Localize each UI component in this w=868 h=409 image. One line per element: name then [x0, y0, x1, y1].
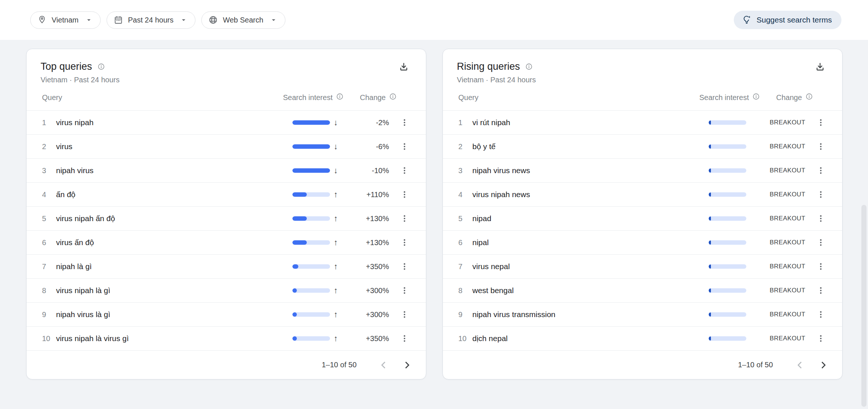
scrollbar-thumb[interactable] [861, 205, 867, 407]
column-header-query: Query [42, 93, 283, 102]
kebab-icon [816, 238, 825, 247]
more-options-button[interactable] [813, 210, 829, 227]
kebab-icon [400, 166, 409, 175]
rank: 2 [42, 142, 56, 151]
rank: 7 [458, 262, 472, 271]
rank: 5 [458, 214, 472, 223]
query-row[interactable]: 6 virus ấn độ ↑ +130% [27, 230, 426, 254]
suggest-search-terms-button[interactable]: Suggest search terms [734, 11, 841, 29]
results-area: Top queries Vietnam · Past 24 hours Quer… [0, 40, 868, 379]
calendar-icon [114, 15, 123, 25]
trend-arrow-icon: ↑ [334, 214, 338, 223]
query-row[interactable]: 10 dịch nepal BREAKOUT [443, 326, 842, 350]
change-cell: BREAKOUT [750, 143, 805, 150]
title-info-button[interactable] [525, 63, 533, 71]
more-options-button[interactable] [813, 282, 829, 299]
more-options-button[interactable] [813, 258, 829, 275]
interest-bar-fill [709, 264, 711, 269]
trend-arrow-icon: ↑ [334, 334, 338, 343]
more-options-button[interactable] [396, 114, 413, 131]
query-label: virus [56, 142, 292, 151]
more-options-button[interactable] [396, 306, 413, 323]
more-options-button[interactable] [813, 306, 829, 323]
more-options-button[interactable] [813, 162, 829, 179]
query-row[interactable]: 8 virus nipah là gì ↑ +300% [27, 278, 426, 302]
download-button[interactable] [811, 58, 829, 76]
kebab-icon [400, 238, 409, 247]
query-row[interactable]: 5 virus nipah ấn độ ↑ +130% [27, 206, 426, 230]
query-row[interactable]: 5 nipad BREAKOUT [443, 206, 842, 230]
query-row[interactable]: 9 nipah virus transmission BREAKOUT [443, 302, 842, 326]
filter-chip-location[interactable]: Vietnam [30, 11, 101, 29]
more-options-button[interactable] [396, 234, 413, 251]
chevron-left-icon [379, 360, 389, 370]
filter-chips: Vietnam Past 24 hours Web Search [30, 11, 285, 29]
info-icon[interactable] [336, 93, 344, 102]
more-options-button[interactable] [396, 330, 413, 347]
download-button[interactable] [395, 58, 413, 76]
rising-queries-card: Rising queries Vietnam · Past 24 hours Q… [442, 49, 843, 379]
chevron-down-icon [180, 16, 188, 24]
query-label: nipal [472, 238, 709, 247]
download-icon [815, 62, 825, 72]
query-row[interactable]: 1 virus nipah ↓ -2% [27, 110, 426, 134]
kebab-icon [816, 190, 825, 199]
change-cell: ↓ -10% [334, 166, 389, 175]
query-row[interactable]: 2 bộ y tế BREAKOUT [443, 134, 842, 158]
next-page-button[interactable] [815, 357, 831, 373]
query-label: virus nepal [472, 262, 709, 271]
interest-bar [292, 120, 330, 125]
change-cell: BREAKOUT [750, 119, 805, 126]
lightbulb-sparkle-icon [742, 15, 751, 25]
query-row[interactable]: 10 virus nipah là virus gì ↑ +350% [27, 326, 426, 350]
query-row[interactable]: 4 virus nipah news BREAKOUT [443, 182, 842, 206]
info-icon[interactable] [389, 93, 397, 102]
more-options-button[interactable] [396, 162, 413, 179]
change-value: +130% [366, 214, 389, 223]
query-row[interactable]: 7 virus nepal BREAKOUT [443, 254, 842, 278]
change-cell: ↓ -2% [334, 118, 389, 127]
query-row[interactable]: 1 vi rút nipah BREAKOUT [443, 110, 842, 134]
query-row[interactable]: 2 virus ↓ -6% [27, 134, 426, 158]
info-icon[interactable] [752, 93, 760, 102]
rank: 8 [458, 286, 472, 295]
title-info-button[interactable] [97, 63, 105, 71]
query-row[interactable]: 4 ấn độ ↑ +110% [27, 182, 426, 206]
interest-bar-fill [709, 288, 711, 293]
prev-page-button[interactable] [376, 357, 392, 373]
query-rows: 1 virus nipah ↓ -2% 2 virus ↓ -6% [27, 110, 426, 350]
change-value: -2% [376, 118, 389, 127]
more-options-button[interactable] [813, 234, 829, 251]
more-options-button[interactable] [813, 186, 829, 203]
more-options-button[interactable] [396, 258, 413, 275]
change-value: BREAKOUT [770, 215, 805, 222]
change-cell: BREAKOUT [750, 311, 805, 318]
query-label: nipah là gì [56, 262, 292, 271]
info-icon[interactable] [805, 93, 813, 102]
kebab-icon [816, 286, 825, 295]
filter-chip-time[interactable]: Past 24 hours [107, 11, 195, 29]
kebab-icon [400, 286, 409, 295]
more-options-button[interactable] [396, 210, 413, 227]
interest-bar [292, 144, 330, 149]
next-page-button[interactable] [399, 357, 415, 373]
query-row[interactable]: 6 nipal BREAKOUT [443, 230, 842, 254]
rank: 9 [458, 310, 472, 319]
more-options-button[interactable] [396, 138, 413, 155]
query-row[interactable]: 7 nipah là gì ↑ +350% [27, 254, 426, 278]
query-row[interactable]: 8 west bengal BREAKOUT [443, 278, 842, 302]
query-label: vi rút nipah [472, 118, 709, 127]
more-options-button[interactable] [813, 138, 829, 155]
query-label: west bengal [472, 286, 709, 295]
query-row[interactable]: 3 nipah virus news BREAKOUT [443, 158, 842, 182]
query-row[interactable]: 3 nipah virus ↓ -10% [27, 158, 426, 182]
more-options-button[interactable] [813, 114, 829, 131]
interest-bar [292, 240, 330, 245]
more-options-button[interactable] [813, 330, 829, 347]
more-options-button[interactable] [396, 186, 413, 203]
change-value: +350% [366, 262, 389, 271]
query-row[interactable]: 9 nipah virus là gì ↑ +300% [27, 302, 426, 326]
filter-chip-category[interactable]: Web Search [201, 11, 285, 29]
prev-page-button[interactable] [792, 357, 808, 373]
more-options-button[interactable] [396, 282, 413, 299]
